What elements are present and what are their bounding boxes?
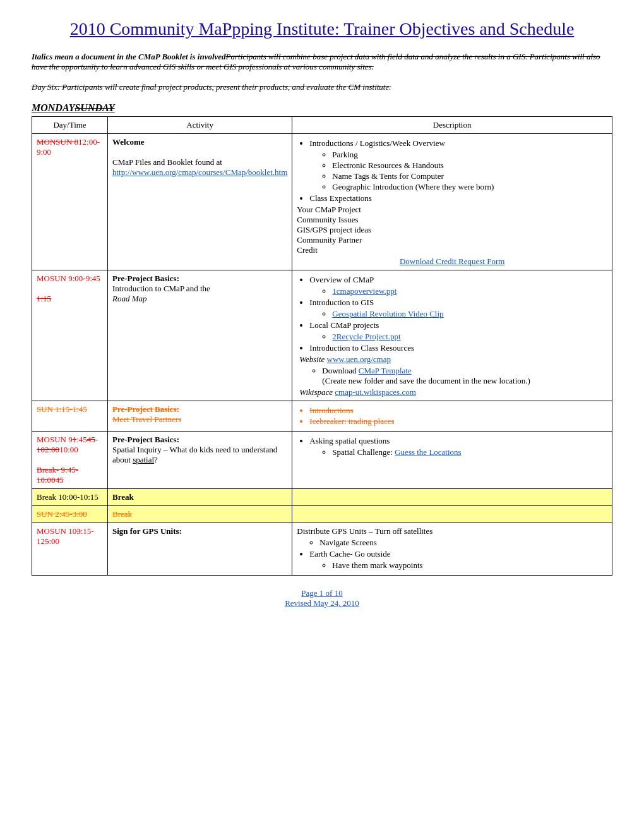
desc-item: Geospatial Revolution Video Clip bbox=[332, 309, 607, 319]
wikispace-label: Wikispace bbox=[299, 387, 335, 397]
cell-activity-4: Pre-Project Basics: Spatial Inquiry – Wh… bbox=[108, 432, 292, 489]
activity-break: Break bbox=[112, 492, 134, 502]
desc-item: 1cmapoverview.ppt bbox=[332, 286, 607, 296]
geospatial-link[interactable]: Geospatial Revolution Video Clip bbox=[332, 309, 443, 318]
col-header-activity: Activity bbox=[108, 117, 292, 134]
intro-day-six-text: Day Six: Participants will create final … bbox=[32, 82, 612, 92]
desc-item: Class Expectations bbox=[309, 193, 607, 203]
table-row: MOSUN 9:00-9:45 1:15 Pre-Project Basics:… bbox=[32, 270, 612, 401]
cell-datetime-4: MOSUN 91:4545- 102:0010:00 Break- 9:45-1… bbox=[32, 432, 108, 489]
cell-datetime-3: SUN 1:15-1:45 bbox=[32, 401, 108, 432]
desc-item: Introduction to Class Resources bbox=[309, 343, 607, 353]
page-title: 2010 Community MaPpping Institute: Train… bbox=[32, 19, 612, 39]
wikispace-link[interactable]: cmap-ut.wikispaces.com bbox=[335, 387, 416, 397]
cell-datetime-2: MOSUN 9:00-9:45 1:15 bbox=[32, 270, 108, 401]
datetime-12: 12 bbox=[78, 137, 86, 147]
cell-activity-6: Break bbox=[108, 506, 292, 523]
footer-page-link[interactable]: Page 1 of 10 bbox=[301, 588, 342, 598]
desc-item: Overview of CMaP 1cmapoverview.ppt bbox=[309, 275, 607, 296]
datetime-time-1: :00- bbox=[86, 137, 100, 147]
desc-item: Download CMaP Template (Create new folde… bbox=[322, 366, 607, 386]
cell-activity-7: Sign for GPS Units: bbox=[108, 523, 292, 576]
footer: Page 1 of 10 Revised May 24, 2010 bbox=[32, 588, 612, 608]
desc-plain-block: Your CMaP Project Community Issues GIS/G… bbox=[297, 205, 607, 267]
cell-datetime-1: MONSUN 812:00- 9:00 bbox=[32, 134, 108, 270]
cell-activity-2: Pre-Project Basics: Introduction to CMaP… bbox=[108, 270, 292, 401]
desc-item: Asking spatial questions Spatial Challen… bbox=[309, 436, 607, 457]
desc-resources-block: Website www.uen.org/cmap Download CMaP T… bbox=[299, 354, 607, 397]
cell-desc-3: Introductions Icebreaker: trading places bbox=[292, 401, 612, 432]
cell-desc-5 bbox=[292, 489, 612, 506]
desc-item: Introductions bbox=[309, 406, 607, 416]
section-header: MONDAYSUNDAY bbox=[32, 102, 612, 114]
cell-desc-7: Distribute GPS Units – Turn off satellit… bbox=[292, 523, 612, 576]
footer-page: Page 1 of 10 bbox=[32, 588, 612, 598]
desc-item: Have them mark waypoints bbox=[332, 560, 607, 571]
desc-item: Spatial Challenge: Guess the Locations bbox=[332, 447, 607, 457]
footer-revised: Revised May 24, 2010 bbox=[32, 598, 612, 608]
col-header-datetime: Day/Time bbox=[32, 117, 108, 134]
cell-activity-5: Break bbox=[108, 489, 292, 506]
intro-day-six: Day Six: Participants will create final … bbox=[32, 82, 612, 92]
download-credit-link[interactable]: Download Credit Request Form bbox=[400, 257, 504, 266]
cmap-template-link[interactable]: CMaP Template bbox=[359, 366, 412, 375]
activity-cmap-link[interactable]: http://www.uen.org/cmap/courses/CMap/boo… bbox=[112, 167, 287, 177]
cell-activity-3: Pre-Project Basics: Meet Travel Partners bbox=[108, 401, 292, 432]
uen-link[interactable]: www.uen.org/cmap bbox=[327, 354, 391, 364]
intro-block: Italics mean a document in the CMaP Book… bbox=[32, 52, 612, 72]
2recycle-link[interactable]: 2Recycle Project.ppt bbox=[332, 332, 400, 341]
activity-welcome: Welcome bbox=[112, 137, 145, 147]
footer-revised-link[interactable]: Revised May 24, 2010 bbox=[285, 598, 359, 608]
datetime-mosun-4b: 102:0010:00 bbox=[37, 445, 78, 454]
table-row-break-sun: SUN 2:45-3:00 Break bbox=[32, 506, 612, 523]
table-row: MOSUN 91:4545- 102:0010:00 Break- 9:45-1… bbox=[32, 432, 612, 489]
datetime-900: 9:00 bbox=[37, 147, 51, 157]
datetime-sun-115: SUN 1:15-1:45 bbox=[37, 404, 87, 414]
activity-preproject-3: Pre-Project Basics: bbox=[112, 404, 179, 414]
intro-italic-bold: Italics mean a document in the CMaP Book… bbox=[32, 52, 226, 61]
desc-item: Earth Cache- Go outside Have them mark w… bbox=[309, 549, 607, 571]
activity-break-strike: Break bbox=[112, 509, 132, 519]
cell-desc-6 bbox=[292, 506, 612, 523]
guess-locations-link[interactable]: Guess the Locations bbox=[395, 447, 461, 457]
activity-cmap-files: CMaP Files and Booklet found at bbox=[112, 157, 222, 167]
desc-item: Name Tags & Tents for Computer bbox=[332, 171, 607, 181]
cell-desc-2: Overview of CMaP 1cmapoverview.ppt Intro… bbox=[292, 270, 612, 401]
cell-datetime-7: MOSUN 103:15- 125:00 bbox=[32, 523, 108, 576]
desc-item: Navigate Screens bbox=[319, 538, 607, 548]
activity-travel-partners: Meet Travel Partners bbox=[112, 414, 181, 424]
cell-desc-4: Asking spatial questions Spatial Challen… bbox=[292, 432, 612, 489]
datetime-mosun-2: MOSUN 9:00-9:45 bbox=[37, 274, 100, 283]
website-label: Website bbox=[299, 354, 326, 364]
table-row-break: Break 10:00-10:15 Break bbox=[32, 489, 612, 506]
schedule-table: Day/Time Activity Description MONSUN 812… bbox=[32, 116, 612, 576]
desc-item: Parking bbox=[332, 150, 607, 160]
desc-item: Introduction to GIS Geospatial Revolutio… bbox=[309, 298, 607, 319]
table-row: MONSUN 812:00- 9:00 Welcome CMaP Files a… bbox=[32, 134, 612, 270]
section-header-monday: MONDAY bbox=[32, 102, 75, 113]
desc-item: 2Recycle Project.ppt bbox=[332, 332, 607, 342]
datetime-mosun-4a: MOSUN 91:4545- bbox=[37, 435, 98, 444]
activity-preproject-2: Pre-Project Basics: bbox=[112, 274, 179, 283]
cell-datetime-5: Break 10:00-10:15 bbox=[32, 489, 108, 506]
desc-item: Geographic Introduction (Where they were… bbox=[332, 182, 607, 192]
activity-gps: Sign for GPS Units: bbox=[112, 526, 182, 536]
cell-datetime-6: SUN 2:45-3:00 bbox=[32, 506, 108, 523]
col-header-description: Description bbox=[292, 117, 612, 134]
desc-item: Electronic Resources & Handouts bbox=[332, 160, 607, 171]
activity-roadmap: Road Map bbox=[112, 294, 147, 303]
datetime-sun-245: SUN 2:45-3:00 bbox=[37, 509, 87, 519]
activity-spatial: spatial bbox=[133, 455, 154, 464]
datetime-45: 45 bbox=[56, 475, 64, 485]
table-row: MOSUN 103:15- 125:00 Sign for GPS Units:… bbox=[32, 523, 612, 576]
desc-item: Local CMaP projects 2Recycle Project.ppt bbox=[309, 320, 607, 342]
desc-item: Icebreaker: trading places bbox=[309, 416, 607, 426]
datetime-125: 125:00 bbox=[37, 536, 59, 546]
cell-activity-1: Welcome CMaP Files and Booklet found at … bbox=[108, 134, 292, 270]
section-header-sunday: SUNDAY bbox=[75, 102, 114, 113]
cmap-overview-link[interactable]: 1cmapoverview.ppt bbox=[332, 286, 397, 296]
datetime-mosun-7: MOSUN 103:15- bbox=[37, 526, 94, 536]
activity-preproject-4: Pre-Project Basics: bbox=[112, 435, 179, 444]
datetime-115-strike: 1:15 bbox=[37, 294, 51, 303]
table-row: SUN 1:15-1:45 Pre-Project Basics: Meet T… bbox=[32, 401, 612, 432]
